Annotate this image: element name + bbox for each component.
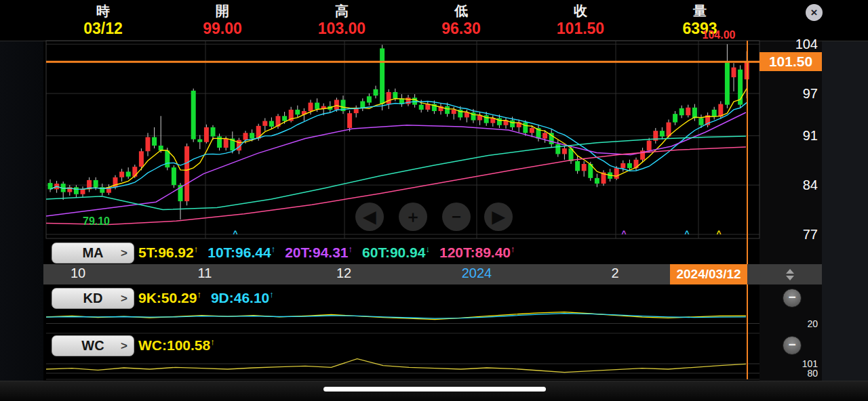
- subchart-tick-label: 20: [761, 318, 818, 329]
- collapse-kd-button[interactable]: −: [783, 289, 802, 308]
- ma-settings-button[interactable]: MA >: [52, 242, 134, 263]
- trend-arrow-icon: ↑: [269, 289, 274, 299]
- candle-body: [732, 68, 736, 78]
- trend-arrow-icon: ↑: [271, 244, 276, 254]
- candle-body: [132, 167, 137, 177]
- candle-body: [647, 141, 652, 151]
- candle-body: [250, 133, 254, 138]
- candle-body: [725, 62, 730, 104]
- signal-caret-icon: ^: [716, 229, 721, 238]
- candle-body: [269, 121, 274, 127]
- price-tick-label: 104: [760, 37, 818, 52]
- candle-body: [627, 163, 632, 168]
- time-tick-label: 2024: [462, 266, 492, 281]
- candle-body: [347, 113, 352, 128]
- candle-body: [562, 148, 567, 154]
- candle-body: [530, 128, 534, 133]
- ma60-line: [46, 136, 746, 210]
- candle-body: [582, 164, 587, 171]
- signal-caret-icon: ^: [233, 229, 237, 238]
- pan-left-button[interactable]: ◀: [355, 203, 384, 231]
- candle-body: [523, 123, 528, 133]
- candle-body: [282, 116, 287, 121]
- candle-body: [712, 110, 717, 117]
- candle-body: [243, 133, 248, 140]
- zoom-out-button[interactable]: −: [442, 203, 471, 231]
- candle-body: [380, 48, 384, 104]
- ma-values: 5T:96.92↑10T:96.44↑20T:94.31↑60T:90.94↓1…: [138, 244, 525, 261]
- candle-body: [309, 103, 313, 111]
- chevron-right-icon: >: [121, 339, 127, 353]
- trend-arrow-icon: ↑: [194, 244, 199, 254]
- wc-button-label: WC: [81, 338, 104, 354]
- price-tick-label: 91: [760, 128, 818, 144]
- candle-body: [497, 118, 502, 125]
- candle-body: [81, 189, 85, 194]
- candle-body: [679, 108, 684, 115]
- candle-body: [465, 112, 469, 117]
- indicator-value: 20T:94.31↑: [285, 245, 353, 260]
- zoom-in-button[interactable]: ＋: [399, 203, 427, 231]
- wc-settings-button[interactable]: WC >: [52, 335, 134, 356]
- trend-arrow-icon: ↑: [511, 244, 515, 254]
- candle-body: [262, 121, 267, 126]
- kd-values: 9K:50.29↑9D:46.10↑: [138, 289, 283, 306]
- candle-body: [94, 180, 98, 187]
- subchart-tick-label: 80: [761, 368, 818, 379]
- candle-body: [139, 151, 144, 167]
- stock-chart-app: 時03/12開99.00高103.00低96.30收101.50量6393 × …: [0, 0, 868, 401]
- time-tick-label: 11: [198, 266, 212, 281]
- candle-body: [614, 168, 619, 179]
- stepper-down-icon: [786, 276, 794, 280]
- time-tick-label: 2: [611, 266, 618, 281]
- pan-right-button[interactable]: ▶: [484, 203, 513, 231]
- collapse-wc-button[interactable]: −: [783, 336, 802, 355]
- candle-body: [452, 110, 456, 114]
- candle-body: [165, 150, 170, 167]
- ma-button-label: MA: [82, 245, 103, 261]
- candle-body: [191, 91, 196, 140]
- candle-body: [367, 96, 372, 102]
- candle-body: [387, 92, 391, 104]
- candle-body: [686, 108, 690, 115]
- trend-arrow-icon: ↓: [425, 244, 430, 254]
- candle-body: [634, 160, 639, 168]
- chevron-right-icon: >: [121, 292, 127, 305]
- candle-body: [119, 171, 124, 177]
- indicator-value: 9D:46.10↑: [211, 290, 274, 305]
- candle-body: [699, 118, 704, 125]
- home-indicator[interactable]: [323, 387, 546, 392]
- indicator-value: WC:100.58↑: [138, 337, 215, 353]
- candle-body: [692, 108, 697, 119]
- trend-arrow-icon: ↑: [349, 244, 353, 254]
- candle-body: [510, 121, 515, 127]
- trend-arrow-icon: ↑: [197, 289, 201, 299]
- candle-body: [172, 167, 176, 185]
- signal-caret-icon: ^: [684, 229, 689, 238]
- candle-body: [224, 139, 229, 148]
- last-price-badge: 101.50: [760, 52, 822, 71]
- candle-body: [197, 140, 202, 142]
- indicator-value: 60T:90.94↓: [362, 245, 430, 260]
- date-stepper[interactable]: [783, 266, 797, 282]
- period-low-label: 79.10: [83, 215, 110, 228]
- candle-body: [295, 110, 300, 114]
- chevron-right-icon: >: [121, 247, 127, 260]
- price-tick-label: 77: [760, 227, 818, 242]
- candle-body: [620, 163, 625, 168]
- candle-body: [126, 171, 131, 176]
- candle-body: [334, 100, 339, 110]
- candle-body: [315, 103, 319, 109]
- candle-body: [374, 89, 378, 96]
- time-tick-label: 10: [71, 266, 85, 281]
- wc-line: [46, 359, 746, 373]
- indicator-value: 10T:96.44↑: [208, 245, 275, 260]
- candle-body: [211, 127, 216, 137]
- kd-settings-button[interactable]: KD >: [52, 288, 134, 309]
- wc-values: WC:100.58↑: [138, 337, 224, 354]
- candle-body: [146, 137, 151, 151]
- candle-body: [673, 114, 677, 122]
- price-tick-label: 97: [760, 86, 818, 102]
- candle-body: [555, 144, 560, 154]
- trend-arrow-icon: ↑: [210, 337, 215, 347]
